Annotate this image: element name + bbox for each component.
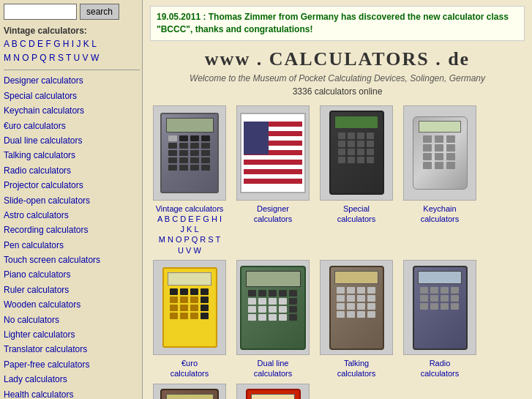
search-input[interactable]	[4, 4, 77, 20]
alpha-link-h[interactable]: H	[63, 39, 70, 49]
key	[170, 297, 178, 303]
alpha-link-j[interactable]: J	[77, 39, 81, 49]
key	[337, 311, 345, 318]
calc-item-special[interactable]: Specialcalculators	[317, 105, 396, 256]
key	[170, 305, 178, 311]
alpha-link-i[interactable]: I	[72, 39, 74, 49]
key	[367, 141, 374, 147]
calc-euro-visual	[162, 267, 217, 348]
sidebar-item-dual[interactable]: Dual line calculators	[4, 133, 140, 148]
calc-item-talking[interactable]: Talkingcalculators	[317, 260, 396, 379]
calc-item-radio[interactable]: Radiocalculators	[400, 260, 479, 379]
key	[441, 287, 449, 294]
key	[367, 295, 375, 302]
key	[338, 133, 345, 139]
sidebar-item-special[interactable]: Special calculators	[4, 89, 140, 103]
key	[201, 157, 210, 163]
alpha-link-c[interactable]: C	[20, 39, 26, 49]
sidebar-item-ruler[interactable]: Ruler calculators	[4, 283, 140, 297]
key	[423, 162, 432, 169]
sidebar-item-euro[interactable]: €uro calculators	[4, 119, 140, 133]
sidebar-item-lady[interactable]: Lady calculators	[4, 372, 140, 387]
calc-item-euro[interactable]: €urocalculators	[150, 260, 229, 379]
vintage-section-title: Vintage calculators:	[4, 26, 140, 36]
alpha-link-l[interactable]: L	[91, 39, 97, 49]
sidebar-item-radio[interactable]: Radio calculators	[4, 163, 140, 178]
key	[357, 311, 365, 318]
sidebar-item-astro[interactable]: Astro calculators	[4, 208, 140, 223]
sidebar-item-recording[interactable]: Recording calculators	[4, 223, 140, 237]
alpha-link-t[interactable]: T	[66, 53, 71, 63]
key	[258, 298, 266, 305]
alpha-link-e[interactable]: E	[37, 39, 43, 49]
alpha-link-q[interactable]: Q	[40, 53, 46, 63]
alpha-links-row1[interactable]: A B C D E F G H I J K L M N O P Q R S T …	[4, 37, 140, 65]
calc-screen	[166, 394, 214, 399]
key	[420, 295, 428, 302]
key	[248, 314, 256, 321]
key	[357, 287, 365, 294]
calc-image-special	[320, 105, 393, 201]
sidebar-item-translator[interactable]: Translator calculators	[4, 342, 140, 357]
key	[446, 153, 455, 160]
key	[289, 290, 297, 297]
sidebar-item-touchscreen[interactable]: Touch screen calculators	[4, 253, 140, 267]
calc-item-vintage[interactable]: Vintage calculatorsA B C D E F G H IJ K …	[150, 105, 229, 256]
key	[441, 303, 449, 310]
calc-item-projector[interactable]: Projectorcalculators	[150, 384, 229, 399]
alpha-link-d[interactable]: D	[29, 39, 35, 49]
calc-image-radio	[403, 260, 476, 355]
key	[357, 149, 364, 155]
sidebar-item-wooden[interactable]: Wooden calculators	[4, 297, 140, 312]
sidebar-item-talking[interactable]: Talking calculators	[4, 148, 140, 163]
key	[435, 153, 443, 160]
search-button[interactable]: search	[80, 4, 119, 20]
sidebar-item-designer[interactable]: Designer calculators	[4, 73, 140, 88]
calc-item-dual[interactable]: Dual linecalculators	[233, 260, 312, 379]
calc-screen	[418, 271, 462, 284]
key	[357, 133, 364, 139]
sidebar-item-paperfree[interactable]: Paper-free calculators	[4, 357, 140, 372]
sidebar-item-lighter[interactable]: Lighter calculators	[4, 327, 140, 342]
online-count: 3336 calculators online	[150, 86, 525, 97]
key	[279, 306, 287, 313]
alpha-link-v[interactable]: V	[83, 53, 89, 63]
calc-label-dual: Dual linecalculators	[233, 358, 312, 379]
key	[201, 165, 210, 171]
calc-item-slide[interactable]: Slide-opencalculators	[233, 384, 312, 399]
alpha-link-s[interactable]: S	[58, 53, 64, 63]
alpha-link-b[interactable]: B	[12, 39, 18, 49]
alpha-link-u[interactable]: U	[74, 53, 80, 63]
alpha-link-m[interactable]: M	[4, 53, 11, 63]
sidebar-item-no[interactable]: No calculators	[4, 313, 140, 327]
key	[289, 306, 297, 313]
alpha-link-p[interactable]: P	[31, 53, 37, 63]
key	[347, 287, 355, 294]
key	[357, 295, 365, 302]
sidebar-item-projector[interactable]: Projector calculators	[4, 178, 140, 193]
sidebar-item-pen[interactable]: Pen calculators	[4, 238, 140, 253]
calc-keychain-visual	[413, 116, 468, 190]
alpha-link-k[interactable]: K	[83, 39, 89, 49]
alpha-link-o[interactable]: O	[22, 53, 29, 63]
sidebar-item-piano[interactable]: Piano calculators	[4, 267, 140, 282]
sidebar-item-keychain[interactable]: Keychain calculators	[4, 103, 140, 118]
alpha-link-a[interactable]: A	[4, 39, 9, 49]
key	[269, 314, 277, 321]
key	[435, 135, 443, 143]
key	[423, 135, 432, 143]
key	[248, 306, 256, 313]
sidebar-item-slide[interactable]: Slide-open calculators	[4, 193, 140, 208]
site-subtitle: Welcome to the Museum of Pocket Calculat…	[150, 73, 525, 83]
alpha-link-r[interactable]: R	[49, 53, 56, 63]
calc-image-slide	[236, 384, 310, 399]
sidebar-item-health[interactable]: Health calculators	[4, 387, 140, 399]
alpha-link-g[interactable]: G	[53, 39, 60, 49]
alpha-link-f[interactable]: F	[45, 39, 50, 49]
key	[269, 290, 277, 297]
alpha-link-w[interactable]: W	[91, 53, 99, 63]
calc-item-designer[interactable]: Designercalculators	[233, 105, 312, 256]
alpha-link-n[interactable]: N	[13, 53, 20, 63]
key	[367, 287, 375, 294]
calc-item-keychain[interactable]: Keychaincalculators	[400, 105, 479, 256]
